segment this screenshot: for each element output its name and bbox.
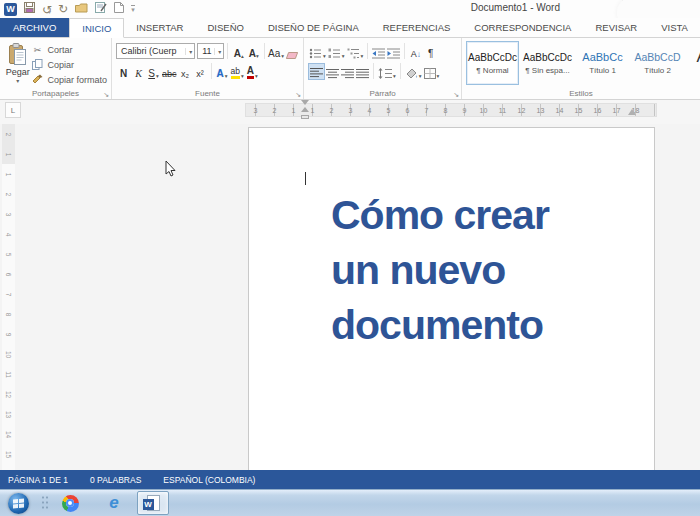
underline-button[interactable]: S▾ — [146, 63, 161, 80]
show-paragraph-marks-button[interactable]: ¶ — [423, 43, 438, 60]
align-left-button[interactable] — [308, 63, 325, 80]
copy-button[interactable]: Copiar — [31, 59, 107, 71]
justify-icon — [356, 68, 369, 79]
style--sin-espa-[interactable]: AaBbCcDc¶ Sin espa... — [521, 41, 574, 85]
increase-indent-button[interactable] — [386, 43, 401, 60]
superscript-button[interactable]: x² — [193, 63, 208, 80]
tab-diseño-de-página[interactable]: DISEÑO DE PÁGINA — [256, 18, 371, 37]
borders-button[interactable]: ▾ — [423, 63, 441, 80]
tab-diseño[interactable]: DISEÑO — [196, 18, 256, 37]
group-estilos: AaBbCcDc¶ NormalAaBbCcDc¶ Sin espa...AaB… — [462, 38, 700, 99]
multilevel-list-icon — [347, 48, 360, 59]
style-título-2[interactable]: AaBbCcDTítulo 2 — [631, 41, 684, 85]
decrease-indent-icon — [372, 48, 385, 59]
fuente-dialog-launcher-icon[interactable]: ↘ — [295, 91, 301, 98]
tab-insertar[interactable]: INSERTAR — [124, 18, 195, 37]
taskbar-grip — [41, 495, 49, 511]
align-center-button[interactable] — [325, 63, 340, 80]
font-name-combo[interactable]: Calibri (Cuerp▾ — [116, 43, 195, 59]
tab-inicio[interactable]: INICIO — [69, 18, 124, 38]
word-taskbar-button[interactable] — [137, 491, 169, 515]
right-indent-marker[interactable] — [628, 109, 636, 115]
word-count[interactable]: 0 PALABRAS — [90, 475, 141, 485]
shrink-font-button[interactable]: A▾ — [246, 43, 261, 60]
chrome-icon — [62, 495, 79, 512]
grow-font-button[interactable]: A▴ — [231, 43, 246, 60]
ribbon-tab-bar: ARCHIVO INICIOINSERTARDISEÑODISEÑO DE PÁ… — [0, 18, 700, 38]
group-fuente: Calibri (Cuerp▾ 11▾ A▴ A▾ Aa▾ N K S▾ abc… — [112, 38, 304, 99]
taskbar: e — [0, 489, 700, 516]
numbering-icon — [328, 48, 341, 59]
page-indicator[interactable]: PÁGINA 1 DE 1 — [8, 475, 68, 485]
eraser-icon — [285, 52, 298, 59]
cut-button[interactable]: ✂ Cortar — [31, 44, 107, 56]
style--normal[interactable]: AaBbCcDc¶ Normal — [466, 41, 519, 85]
word-window: W ↺▾ ↻ ▾ Documento1 - Word ARCHIVO INICI… — [0, 0, 700, 516]
bold-button[interactable]: N — [116, 63, 131, 80]
align-right-button[interactable] — [340, 63, 355, 80]
change-case-button[interactable]: Aa▾ — [268, 43, 284, 60]
bullets-button[interactable]: ▾ — [308, 43, 327, 60]
word-document-icon — [147, 495, 160, 511]
multilevel-list-button[interactable]: ▾ — [346, 43, 365, 60]
parrafo-dialog-launcher-icon[interactable]: ↘ — [453, 91, 459, 98]
internet-explorer-icon: e — [109, 493, 118, 513]
clear-formatting-button[interactable] — [284, 43, 299, 60]
borders-icon — [424, 68, 436, 79]
chrome-taskbar-button[interactable] — [57, 491, 83, 515]
align-center-icon — [326, 68, 339, 79]
font-size-combo[interactable]: 11▾ — [197, 43, 224, 59]
copy-icon — [31, 59, 43, 72]
decrease-indent-button[interactable] — [371, 43, 386, 60]
highlight-button[interactable]: ab▾ — [230, 63, 245, 80]
mouse-cursor — [163, 160, 177, 178]
vertical-ruler[interactable]: 21123456789101112131415 — [2, 124, 15, 470]
group-label-parrafo: Párrafo — [304, 89, 461, 98]
line-spacing-icon — [378, 68, 392, 79]
tab-referencias[interactable]: REFERENCIAS — [371, 18, 463, 37]
font-name-dropdown-icon[interactable]: ▾ — [185, 48, 192, 55]
align-left-icon — [310, 67, 323, 78]
style-puesto[interactable]: AaBPuesto — [686, 41, 700, 85]
align-right-icon — [341, 68, 354, 79]
subscript-button[interactable]: x₂ — [178, 63, 193, 80]
hanging-indent-marker[interactable] — [301, 107, 309, 112]
font-size-dropdown-icon[interactable]: ▾ — [214, 48, 221, 55]
tab-vista[interactable]: VISTA — [649, 18, 700, 37]
group-portapapeles: Pegar ▾ ✂ Cortar Copiar Copiar formato P… — [0, 38, 112, 99]
document-canvas[interactable]: 21123456789101112131415 Cómo crear un nu… — [0, 124, 700, 470]
style-título-1[interactable]: AaBbCcTítulo 1 — [576, 41, 629, 85]
tab-stop-selector[interactable]: L — [5, 102, 21, 118]
italic-button[interactable]: K — [131, 63, 146, 80]
tab-correspondencia[interactable]: CORRESPONDENCIA — [462, 18, 583, 37]
shading-button[interactable]: ▾ — [404, 63, 423, 80]
paste-label: Pegar — [6, 67, 30, 77]
format-painter-button[interactable]: Copiar formato — [31, 74, 107, 86]
indent-markers[interactable] — [300, 100, 309, 122]
text-effects-button[interactable]: A▾ — [215, 63, 230, 80]
language-indicator[interactable]: ESPAÑOL (COLOMBIA) — [163, 475, 255, 485]
justify-button[interactable] — [355, 63, 370, 80]
group-label-fuente: Fuente — [112, 89, 303, 98]
document-page[interactable]: Cómo crear un nuevo documento — [248, 127, 655, 470]
tab-revisar[interactable]: REVISAR — [583, 18, 649, 37]
strikethrough-button[interactable]: abc — [161, 63, 178, 80]
font-color-button[interactable]: A▾ — [245, 63, 260, 80]
tab-archivo[interactable]: ARCHIVO — [0, 18, 69, 37]
ie-taskbar-button[interactable]: e — [101, 491, 127, 515]
sort-button[interactable]: A↓ — [408, 43, 423, 60]
bullets-icon — [309, 48, 322, 59]
first-line-indent-marker[interactable] — [301, 100, 309, 105]
start-button[interactable] — [8, 493, 29, 514]
text-insertion-cursor — [305, 172, 306, 185]
ruler-row: L 321123456789101112131415161718 — [0, 100, 700, 124]
portapapeles-dialog-launcher-icon[interactable]: ↘ — [103, 91, 109, 98]
line-spacing-button[interactable]: ▾ — [377, 63, 397, 80]
paste-button[interactable]: Pegar ▾ — [4, 41, 31, 87]
numbering-button[interactable]: ▾ — [327, 43, 346, 60]
increase-indent-icon — [387, 48, 400, 59]
paste-dropdown-icon[interactable]: ▾ — [16, 77, 19, 84]
document-title: Documento1 - Word — [0, 2, 560, 13]
left-indent-marker[interactable] — [301, 115, 309, 119]
heading-line-3: documento — [331, 298, 549, 353]
